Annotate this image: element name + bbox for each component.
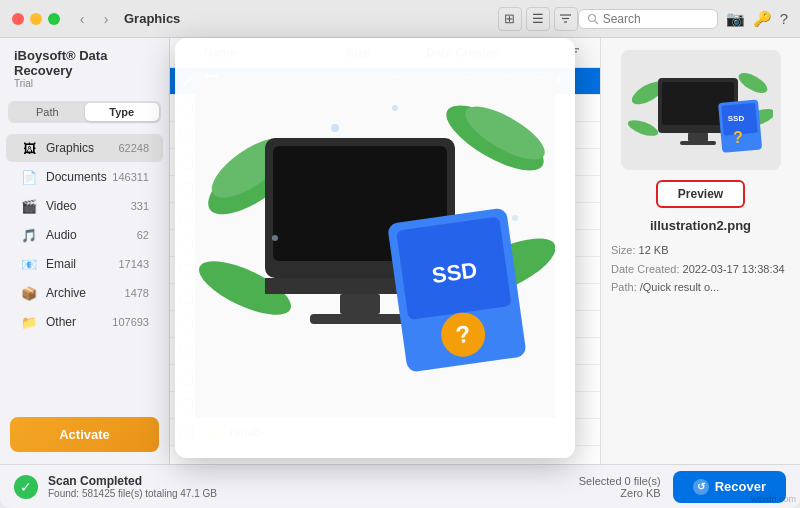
svg-line-4 [595,21,598,24]
email-label: Email [46,257,118,271]
titlebar-title: Graphics [124,11,498,26]
sidebar-tabs: Path Type [8,101,161,123]
activate-button[interactable]: Activate [10,417,159,452]
close-button[interactable] [12,13,24,25]
sidebar-header: iBoysoft® Data Recovery Trial [0,38,169,95]
svg-text:SSD: SSD [728,114,745,123]
path-value: /Quick result o... [640,281,719,293]
sidebar-item-other[interactable]: 📁 Other 107693 [6,308,163,336]
svg-rect-30 [340,294,380,314]
maximize-button[interactable] [48,13,60,25]
app-name: iBoysoft® Data Recovery [14,48,155,78]
selected-size: Zero KB [579,487,661,499]
audio-icon: 🎵 [20,226,38,244]
filter-button[interactable] [554,7,578,31]
tab-path[interactable]: Path [10,103,85,121]
svg-point-37 [331,124,339,132]
scan-complete-icon: ✓ [14,475,38,499]
tab-type[interactable]: Type [85,103,160,121]
preview-popup: SSD ? [175,38,575,458]
date-value: 2022-03-17 13:38:34 [683,263,785,275]
back-button[interactable]: ‹ [72,9,92,29]
traffic-lights [12,13,60,25]
view-buttons: ⊞ ☰ [498,7,578,31]
graphics-label: Graphics [46,141,118,155]
selected-count: Selected 0 file(s) [579,475,661,487]
preview-image: ? SSD [628,58,773,163]
sidebar-item-email[interactable]: 📧 Email 17143 [6,250,163,278]
forward-button[interactable]: › [96,9,116,29]
selected-info: Selected 0 file(s) Zero KB [579,475,661,499]
other-label: Other [46,315,112,329]
search-input[interactable] [603,12,709,26]
titlebar: ‹ › Graphics ⊞ ☰ 📷 🔑 ? [0,0,800,38]
archive-label: Archive [46,286,125,300]
sidebar: iBoysoft® Data Recovery Trial Path Type … [0,38,170,464]
app-trial: Trial [14,78,155,89]
search-bar[interactable] [578,9,718,29]
scan-detail: Found: 581425 file(s) totaling 47.1 GB [48,488,579,499]
email-count: 17143 [118,258,149,270]
preview-panel: ? SSD Preview illustration2.png Size: 12… [600,38,800,464]
sidebar-item-graphics[interactable]: 🖼 Graphics 62248 [6,134,163,162]
popup-illustration: SSD ? [195,78,555,418]
info-icon[interactable]: 🔑 [753,10,772,28]
minimize-button[interactable] [30,13,42,25]
svg-point-38 [392,105,398,111]
preview-thumbnail: ? SSD [621,50,781,170]
preview-meta: Size: 12 KB Date Created: 2022-03-17 13:… [611,241,790,297]
date-label: Date Created: [611,263,679,275]
other-icon: 📁 [20,313,38,331]
other-count: 107693 [112,316,149,328]
archive-icon: 📦 [20,284,38,302]
email-icon: 📧 [20,255,38,273]
audio-label: Audio [46,228,137,242]
documents-count: 146311 [112,171,149,183]
path-label: Path: [611,281,637,293]
svg-rect-15 [680,141,716,145]
audio-count: 62 [137,229,149,241]
svg-point-9 [736,68,771,96]
size-label: Size: [611,244,635,256]
help-icon[interactable]: ? [780,10,788,28]
sidebar-items: 🖼 Graphics 62248 📄 Documents 146311 🎬 Vi… [0,129,169,407]
graphics-count: 62248 [118,142,149,154]
size-value: 12 KB [639,244,669,256]
svg-rect-14 [688,133,708,141]
sidebar-item-video[interactable]: 🎬 Video 331 [6,192,163,220]
video-count: 331 [131,200,149,212]
video-icon: 🎬 [20,197,38,215]
recover-label: Recover [715,479,766,494]
svg-text:?: ? [733,129,743,146]
preview-button[interactable]: Preview [656,180,745,208]
svg-rect-31 [310,314,410,324]
grid-view-button[interactable]: ⊞ [498,7,522,31]
video-label: Video [46,199,131,213]
bottom-bar: ✓ Scan Completed Found: 581425 file(s) t… [0,464,800,508]
svg-point-40 [512,215,518,221]
sidebar-item-documents[interactable]: 📄 Documents 146311 [6,163,163,191]
preview-filename: illustration2.png [650,218,751,233]
scan-title: Scan Completed [48,474,579,488]
camera-icon[interactable]: 📷 [726,10,745,28]
documents-label: Documents [46,170,112,184]
svg-point-3 [588,14,595,21]
recover-icon: ↺ [693,479,709,495]
documents-icon: 📄 [20,168,38,186]
scan-status-text: Scan Completed Found: 581425 file(s) tot… [48,474,579,499]
archive-count: 1478 [125,287,149,299]
nav-arrows: ‹ › [72,9,116,29]
list-view-button[interactable]: ☰ [526,7,550,31]
recover-button[interactable]: ↺ Recover [673,471,786,503]
sidebar-item-archive[interactable]: 📦 Archive 1478 [6,279,163,307]
checkmark-icon: ✓ [20,479,32,495]
graphics-icon: 🖼 [20,139,38,157]
svg-point-39 [272,235,278,241]
sidebar-item-audio[interactable]: 🎵 Audio 62 [6,221,163,249]
svg-point-11 [628,116,660,138]
